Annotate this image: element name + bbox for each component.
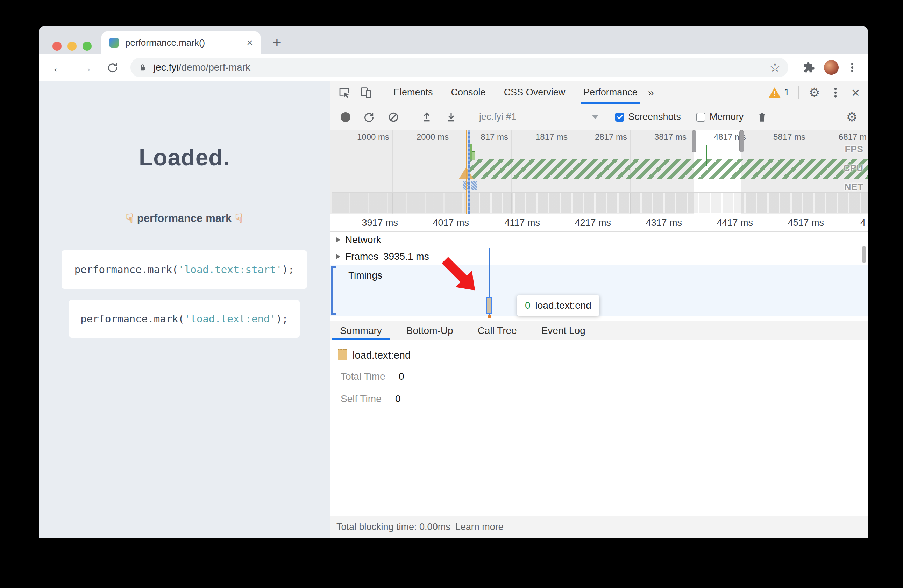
tab-label: Event Log	[541, 325, 585, 336]
new-tab-button[interactable]: +	[272, 33, 282, 52]
overview-ruler-tick: 1000 ms	[357, 132, 389, 142]
vertical-scrollbar[interactable]	[862, 246, 866, 263]
save-profile-icon[interactable]	[445, 111, 457, 123]
close-window-button[interactable]	[52, 42, 61, 51]
lane-label-net: NET	[821, 182, 863, 193]
divider	[330, 417, 868, 417]
clear-recording-icon[interactable]	[387, 111, 400, 123]
lane-label-fps: FPS	[821, 144, 863, 155]
mark-tooltip: 0 load.text:end	[517, 296, 599, 316]
summary-pane: load.text:end Total Time 0 Self Time 0	[330, 340, 868, 516]
learn-more-link[interactable]: Learn more	[455, 522, 503, 532]
code-string: 'load.text:start'	[178, 264, 282, 275]
minimize-window-button[interactable]	[68, 42, 77, 51]
screenshots-checkbox[interactable]	[615, 113, 624, 122]
waterfall-ruler-tick: 4317 ms	[646, 217, 682, 228]
self-time-label: Self Time	[341, 393, 382, 404]
lock-icon	[138, 63, 147, 72]
capture-settings-icon[interactable]: ⚙	[846, 111, 857, 123]
url-domain: jec.fyi	[154, 62, 179, 73]
tab-close-icon[interactable]: ×	[247, 37, 253, 49]
frames-track-label: Frames	[345, 251, 378, 262]
profile-avatar[interactable]	[824, 60, 838, 75]
devtools-close-icon[interactable]: ×	[852, 86, 860, 100]
reload-icon[interactable]	[107, 61, 118, 74]
browser-menu-icon[interactable]	[846, 61, 858, 74]
tab-elements[interactable]: Elements	[393, 81, 433, 104]
tab-console[interactable]: Console	[451, 81, 486, 104]
tooltip-value: 0	[525, 300, 530, 311]
disclosure-triangle-icon[interactable]	[337, 237, 340, 242]
details-tabbar: Summary Bottom-Up Call Tree Event Log	[330, 321, 868, 340]
point-down-emoji: ☟	[123, 211, 137, 225]
tab-title: performance.mark()	[125, 38, 242, 48]
memory-label: Memory	[710, 112, 744, 123]
tab-label: Console	[451, 87, 486, 98]
bookmark-star-icon[interactable]: ☆	[769, 60, 780, 75]
extensions-icon[interactable]	[803, 61, 815, 74]
flame-chart[interactable]: 3917 ms 4017 ms 4117 ms 4217 ms 4317 ms …	[330, 214, 868, 321]
disclosure-triangle-icon[interactable]	[337, 254, 340, 259]
tab-call-tree[interactable]: Call Tree	[469, 321, 525, 340]
subtitle-text: performance mark	[137, 212, 232, 225]
tab-bottom-up[interactable]: Bottom-Up	[398, 321, 462, 340]
reload-and-record-icon[interactable]	[363, 111, 375, 123]
waterfall-ruler-tick: 4017 ms	[433, 217, 469, 228]
maximize-window-button[interactable]	[83, 42, 92, 51]
profile-select-caret-icon[interactable]	[592, 115, 599, 119]
record-button[interactable]	[341, 112, 351, 122]
code-text: performance.mark(	[74, 264, 178, 275]
profile-select[interactable]: jec.fyi #1	[479, 112, 516, 123]
overview-ruler-tick: 1817 ms	[535, 132, 568, 142]
network-track-row[interactable]: Network	[330, 231, 868, 248]
selection-right-handle[interactable]	[739, 130, 744, 153]
url-path: /demo/perf-mark	[179, 62, 250, 73]
code-text: );	[282, 264, 294, 275]
timings-track-row[interactable]	[330, 265, 868, 316]
back-icon[interactable]: ←	[51, 61, 65, 74]
more-tabs-chevron[interactable]: »	[648, 81, 654, 104]
frames-track-row[interactable]: Frames 3935.1 ms	[330, 248, 868, 265]
navigation-marker	[466, 130, 467, 214]
devtools-settings-icon[interactable]: ⚙	[809, 86, 820, 99]
tab-css-overview[interactable]: CSS Overview	[504, 81, 565, 104]
waterfall-ruler-tick: 3917 ms	[362, 217, 398, 228]
garbage-collect-icon[interactable]	[756, 111, 768, 123]
timeline-overview[interactable]: 1000 ms 2000 ms 817 ms 1817 ms 2817 ms 3…	[330, 130, 868, 214]
frames-track-value: 3935.1 ms	[383, 251, 429, 262]
page-subtitle: ☟performance mark☟	[39, 211, 330, 226]
tab-performance[interactable]: Performance	[584, 81, 637, 104]
selection-left-handle[interactable]	[692, 130, 696, 153]
timings-track-label: Timings	[348, 270, 382, 281]
mark-color-swatch	[338, 349, 347, 360]
devtools-menu-icon[interactable]	[829, 86, 842, 99]
load-profile-icon[interactable]	[421, 111, 433, 123]
warning-icon[interactable]: !	[769, 87, 780, 98]
marker-tick	[488, 315, 491, 319]
tab-summary[interactable]: Summary	[332, 321, 390, 340]
overview-ruler-tick: 2000 ms	[417, 132, 449, 142]
browser-tab[interactable]: performance.mark() ×	[101, 31, 261, 54]
tab-label: Elements	[393, 87, 433, 98]
waterfall-ruler-tick: 4217 ms	[574, 217, 611, 228]
memory-checkbox[interactable]	[696, 113, 705, 122]
screenshot-canvas: performance.mark() × + ← → jec.fyi/demo/…	[0, 0, 903, 588]
fps-activity	[472, 151, 475, 160]
summary-title: load.text:end	[352, 350, 411, 361]
red-annotation-arrow	[435, 255, 488, 301]
total-time-label: Total Time	[341, 371, 385, 382]
point-down-emoji: ☟	[231, 211, 246, 225]
overview-ruler-tick: 3817 ms	[654, 132, 686, 142]
waterfall-ruler-tick: 4517 ms	[788, 217, 824, 228]
total-blocking-time-text: Total blocking time: 0.00ms	[337, 522, 450, 532]
device-toolbar-icon[interactable]	[360, 86, 372, 99]
url-bar[interactable]: jec.fyi/demo/perf-mark ☆	[131, 58, 788, 77]
tab-event-log[interactable]: Event Log	[533, 321, 594, 340]
browser-toolbar: ← → jec.fyi/demo/perf-mark ☆	[39, 54, 868, 81]
warning-count: 1	[784, 87, 789, 98]
overview-ruler-tick: 5817 ms	[773, 132, 805, 142]
devtools-tabbar: Elements Console CSS Overview Performanc…	[330, 81, 868, 104]
devtools-panel: Elements Console CSS Overview Performanc…	[330, 81, 868, 538]
inspect-element-icon[interactable]	[338, 86, 351, 99]
forward-icon[interactable]: →	[79, 61, 93, 74]
